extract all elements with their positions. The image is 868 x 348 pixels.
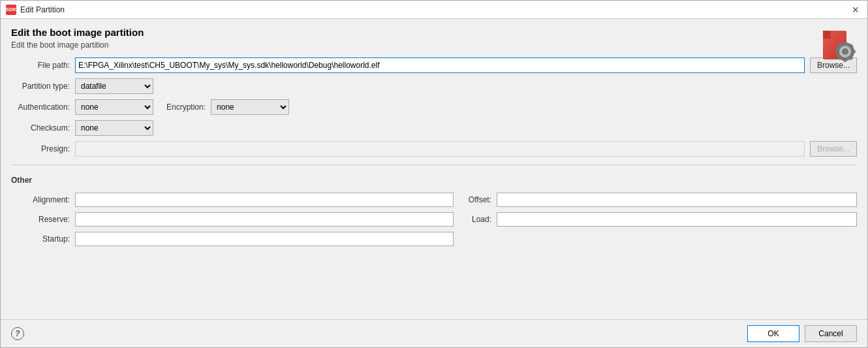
other-section-label: Other: [11, 176, 857, 185]
presign-label: Presign:: [11, 144, 70, 153]
form-area: File path: Browse... Partition type: dat…: [11, 57, 857, 311]
offset-label: Offset:: [459, 195, 491, 204]
authentication-label: Authentication:: [11, 103, 70, 112]
window-title: Edit Partition: [20, 5, 65, 14]
action-buttons: OK Cancel: [747, 325, 857, 342]
file-path-label: File path:: [11, 61, 70, 70]
cancel-button[interactable]: Cancel: [805, 325, 857, 342]
header-subtitle: Edit the boot image partition: [11, 40, 144, 50]
encryption-select[interactable]: none aes: [211, 99, 289, 115]
bottom-bar: ? OK Cancel: [1, 319, 867, 347]
ok-button[interactable]: OK: [747, 325, 799, 342]
title-bar: SDK Edit Partition ✕: [1, 1, 867, 19]
presign-row: Presign: Browse...: [11, 141, 857, 157]
file-path-row: File path: Browse...: [11, 57, 857, 73]
checksum-select[interactable]: none md5 sha2: [75, 120, 153, 136]
sdk-icon: SDK: [6, 5, 16, 15]
authentication-select[interactable]: none rsa: [75, 99, 153, 115]
close-button[interactable]: ✕: [849, 3, 862, 16]
title-bar-left: SDK Edit Partition: [6, 5, 65, 15]
svg-rect-8: [844, 42, 846, 45]
load-label: Load:: [459, 215, 491, 224]
svg-point-7: [842, 48, 848, 55]
reserve-input[interactable]: [75, 212, 454, 227]
startup-row: Startup:: [11, 232, 857, 246]
presign-browse-button: Browse...: [810, 141, 857, 157]
svg-rect-10: [835, 50, 839, 53]
checksum-label: Checksum:: [11, 123, 70, 133]
alignment-input[interactable]: [75, 193, 454, 207]
startup-label: Startup:: [11, 234, 70, 244]
header-area: Edit the boot image partition Edit the b…: [11, 27, 857, 50]
edit-partition-dialog: SDK Edit Partition ✕ Edit the boot image…: [0, 0, 868, 348]
alignment-offset-row: Alignment: Offset:: [11, 193, 857, 207]
checksum-row: Checksum: none md5 sha2: [11, 120, 857, 136]
svg-rect-11: [852, 50, 856, 53]
reserve-load-row: Reserve: Load:: [11, 212, 857, 227]
load-input[interactable]: [497, 212, 857, 227]
partition-type-select[interactable]: datafile bootloader reserved: [75, 78, 153, 94]
wizard-icon: [818, 24, 857, 63]
header-title: Edit the boot image partition: [11, 27, 144, 38]
presign-input: [75, 141, 805, 157]
svg-rect-3: [823, 31, 831, 39]
alignment-label: Alignment:: [11, 195, 70, 204]
auth-encryption-row: Authentication: none rsa Encryption: non…: [11, 99, 857, 115]
dialog-body: Edit the boot image partition Edit the b…: [1, 19, 867, 319]
header-text: Edit the boot image partition Edit the b…: [11, 27, 144, 50]
reserve-label: Reserve:: [11, 215, 70, 224]
partition-type-label: Partition type:: [11, 82, 70, 91]
encryption-label: Encryption:: [166, 103, 206, 112]
file-path-input[interactable]: [75, 57, 805, 73]
offset-input[interactable]: [497, 193, 857, 207]
svg-rect-9: [844, 59, 846, 62]
partition-type-row: Partition type: datafile bootloader rese…: [11, 78, 857, 94]
startup-input[interactable]: [75, 232, 454, 246]
section-divider: [11, 165, 857, 165]
help-button[interactable]: ?: [11, 327, 24, 340]
